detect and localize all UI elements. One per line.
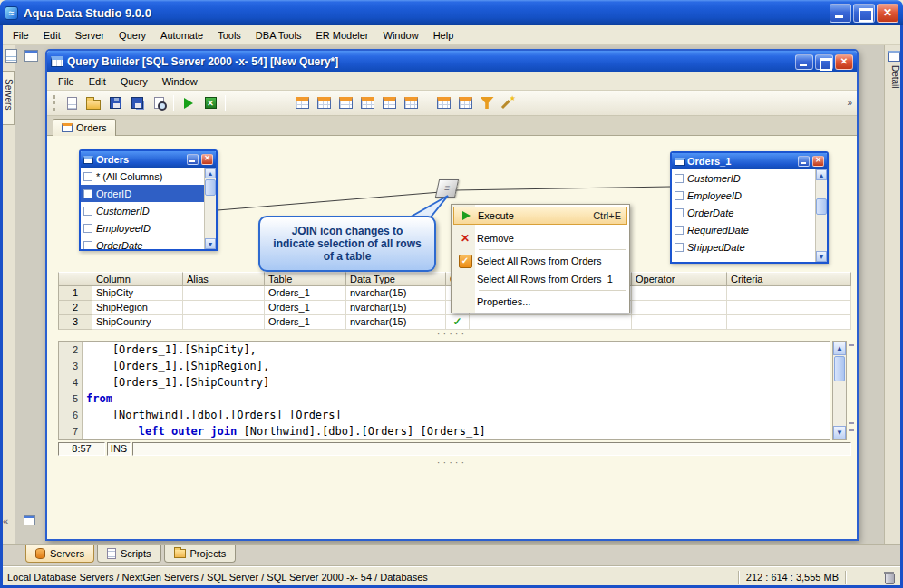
cell-alias[interactable] xyxy=(183,315,265,330)
menu-automate[interactable]: Automate xyxy=(153,27,210,43)
code-text[interactable]: [Orders_1].[ShipCity], xyxy=(83,342,257,358)
toggle-tables-icon[interactable] xyxy=(314,93,334,113)
menu-tools[interactable]: Tools xyxy=(210,27,248,43)
cell-datatype[interactable]: nvarchar(15) xyxy=(346,315,446,330)
close-button[interactable] xyxy=(877,4,898,23)
document-panel-icon[interactable] xyxy=(5,49,17,63)
column-checkbox[interactable] xyxy=(675,191,684,200)
cell-column[interactable]: ShipCity xyxy=(92,286,183,301)
detail-dock-tab[interactable]: Detail xyxy=(888,65,900,121)
app-titlebar[interactable]: Aqua Data Studio 9.0.0 xyxy=(0,0,903,25)
save-icon[interactable] xyxy=(105,93,125,113)
toggle-groupby-icon[interactable] xyxy=(379,93,399,113)
toggle-columns-icon[interactable] xyxy=(292,93,312,113)
cell-criteria[interactable] xyxy=(727,301,851,315)
orders1-close-button[interactable] xyxy=(812,156,824,167)
column-checkbox[interactable] xyxy=(675,226,684,235)
cell-operator[interactable] xyxy=(632,286,727,301)
orders-scrollbar[interactable] xyxy=(204,168,216,249)
column-checkbox[interactable] xyxy=(83,207,92,216)
grid-header-operator[interactable]: Operator xyxy=(632,272,727,286)
orders1-scrollbar[interactable] xyxy=(815,169,827,262)
code-text[interactable]: [Orders_1].[ShipCountry] xyxy=(83,374,269,390)
orders1-titlebar[interactable]: Orders_1 xyxy=(672,153,827,169)
grid-header-table[interactable]: Table xyxy=(265,272,346,286)
scroll-down-icon[interactable] xyxy=(833,426,846,439)
orders-item-all-columns[interactable]: * (All Columns) xyxy=(81,168,204,185)
save-all-icon[interactable] xyxy=(127,93,147,113)
scroll-thumb[interactable] xyxy=(205,179,216,196)
stop-icon[interactable] xyxy=(200,93,220,113)
qb-menu-window[interactable]: Window xyxy=(155,73,205,90)
editor-scrollbar[interactable] xyxy=(832,341,847,440)
orders-item-orderdate[interactable]: OrderDate xyxy=(81,236,204,249)
cell-datatype[interactable]: nvarchar(15) xyxy=(346,286,446,301)
orders-item-orderid[interactable]: OrderID xyxy=(81,185,204,202)
code-text[interactable]: left outer join [Northwind].[dbo].[Order… xyxy=(83,423,486,439)
menu-edit[interactable]: Edit xyxy=(36,27,68,43)
bottom-tab-projects[interactable]: Projects xyxy=(164,545,237,563)
toggle-where-icon[interactable] xyxy=(357,93,377,113)
column-checkbox[interactable] xyxy=(83,189,92,198)
new-file-icon[interactable] xyxy=(62,93,82,113)
scroll-up-icon[interactable] xyxy=(816,169,827,180)
menu-er-modeler[interactable]: ER Modeler xyxy=(308,27,375,43)
orders1-item-requireddate[interactable]: RequiredDate xyxy=(672,221,815,238)
window-panel-icon[interactable] xyxy=(24,50,38,62)
collapse-dock-icon[interactable] xyxy=(3,516,8,526)
scroll-up-icon[interactable] xyxy=(205,168,216,178)
cell-column[interactable]: ShipCountry xyxy=(92,315,183,330)
qb-close-button[interactable] xyxy=(835,54,853,70)
context-item-select-all-rows-from-orders-1[interactable]: Select All Rows from Orders_1 xyxy=(453,270,627,288)
menu-file[interactable]: File xyxy=(5,27,36,43)
cell-extra[interactable] xyxy=(470,315,632,330)
query-builder-titlebar[interactable]: Query Builder [SQL Server 2000 -x- 54] [… xyxy=(47,51,857,72)
orders1-item-employeeid[interactable]: EmployeeID xyxy=(672,187,815,204)
menu-help[interactable]: Help xyxy=(426,27,461,43)
orders-close-button[interactable] xyxy=(201,154,213,165)
cell-table[interactable]: Orders_1 xyxy=(265,301,346,315)
code-text[interactable]: [Orders_1].[ShipRegion], xyxy=(83,358,269,374)
grid-header-col-0[interactable] xyxy=(58,272,92,286)
grid-header-alias[interactable]: Alias xyxy=(183,272,265,286)
column-checkbox[interactable] xyxy=(675,208,684,217)
toggle-joins-icon[interactable] xyxy=(335,93,355,113)
column-checkbox[interactable] xyxy=(83,224,92,233)
scroll-up-icon[interactable] xyxy=(833,342,846,355)
sql-editor[interactable]: 2 [Orders_1].[ShipCity],3 [Orders_1].[Sh… xyxy=(58,341,830,440)
execute-icon[interactable] xyxy=(179,93,199,113)
column-checkbox[interactable] xyxy=(675,243,684,252)
cell-table[interactable]: Orders_1 xyxy=(265,286,346,301)
qb-maximize-button[interactable] xyxy=(815,54,833,70)
code-text[interactable]: [Northwind].[dbo].[Orders] [Orders] xyxy=(83,407,342,423)
filter-icon[interactable] xyxy=(477,93,497,113)
code-text[interactable]: from xyxy=(83,390,112,407)
context-item-properties[interactable]: Properties... xyxy=(453,293,627,311)
tab-orders[interactable]: Orders xyxy=(53,119,116,136)
qb-menu-query[interactable]: Query xyxy=(113,73,155,90)
minimize-button[interactable] xyxy=(830,4,851,23)
scroll-thumb[interactable] xyxy=(816,198,827,215)
bottom-tab-servers[interactable]: Servers xyxy=(25,545,94,563)
column-checkbox[interactable] xyxy=(675,174,684,183)
cell-alias[interactable] xyxy=(183,301,265,315)
orders-titlebar[interactable]: Orders xyxy=(81,151,216,168)
detail-panel-icon[interactable] xyxy=(888,51,900,62)
orders1-item-customerid[interactable]: CustomerID xyxy=(672,169,815,187)
scroll-down-icon[interactable] xyxy=(816,251,827,262)
cell-alias[interactable] xyxy=(183,286,265,301)
show-results-icon[interactable] xyxy=(455,93,475,113)
grid-header-data-type[interactable]: Data Type xyxy=(346,272,446,286)
column-checkbox[interactable] xyxy=(83,172,92,181)
cell-column[interactable]: ShipRegion xyxy=(92,301,183,315)
orders-item-customerid[interactable]: CustomerID xyxy=(81,202,204,219)
menu-window[interactable]: Window xyxy=(376,27,426,43)
trash-icon[interactable] xyxy=(884,572,894,583)
splitter-handle-2[interactable] xyxy=(47,458,857,468)
orders-item-employeeid[interactable]: EmployeeID xyxy=(81,219,204,236)
splitter-handle[interactable] xyxy=(47,330,857,339)
context-item-remove[interactable]: Remove xyxy=(453,229,627,247)
toolbar-grip[interactable] xyxy=(53,95,56,111)
cell-operator[interactable] xyxy=(632,315,727,330)
servers-dock-tab[interactable]: Servers xyxy=(1,71,15,125)
